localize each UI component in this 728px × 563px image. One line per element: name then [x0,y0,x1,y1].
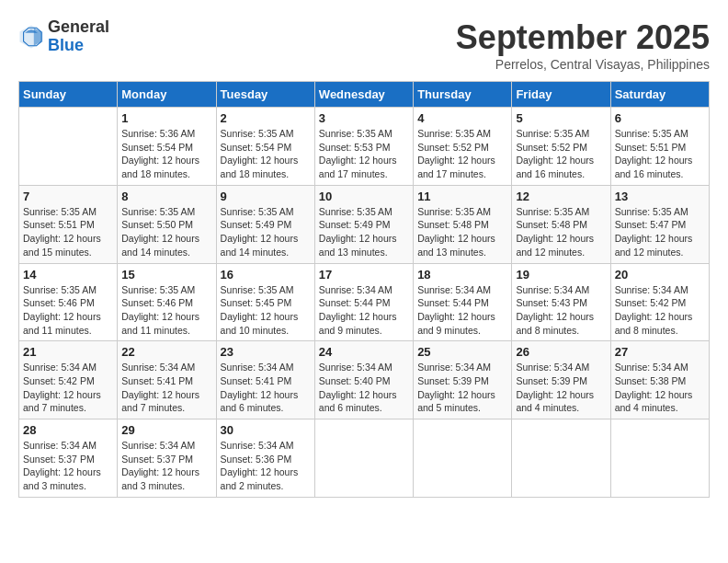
col-header-monday: Monday [118,82,216,108]
day-number: 13 [615,190,705,203]
day-number: 18 [417,268,507,282]
day-number: 30 [221,423,311,437]
calendar-cell: 25Sunrise: 5:34 AM Sunset: 5:39 PM Dayli… [414,341,512,419]
generalblue-logo-icon [18,24,44,50]
day-info: Sunrise: 5:35 AM Sunset: 5:51 PM Dayligh… [615,127,705,181]
calendar-cell [19,108,118,186]
calendar-cell: 28Sunrise: 5:34 AM Sunset: 5:37 PM Dayli… [19,419,118,498]
day-info: Sunrise: 5:35 AM Sunset: 5:54 PM Dayligh… [221,127,311,181]
calendar-cell: 14Sunrise: 5:35 AM Sunset: 5:46 PM Dayli… [19,263,118,341]
day-info: Sunrise: 5:34 AM Sunset: 5:40 PM Dayligh… [319,361,409,415]
calendar-cell: 2Sunrise: 5:35 AM Sunset: 5:54 PM Daylig… [216,108,314,186]
calendar-cell: 7Sunrise: 5:35 AM Sunset: 5:51 PM Daylig… [19,185,118,263]
calendar-week-row: 1Sunrise: 5:36 AM Sunset: 5:54 PM Daylig… [19,108,710,186]
calendar-cell: 10Sunrise: 5:35 AM Sunset: 5:49 PM Dayli… [314,185,413,263]
calendar-cell: 26Sunrise: 5:34 AM Sunset: 5:39 PM Dayli… [512,341,610,419]
day-number: 15 [121,268,211,282]
day-info: Sunrise: 5:34 AM Sunset: 5:42 PM Dayligh… [615,283,705,338]
day-info: Sunrise: 5:35 AM Sunset: 5:45 PM Dayligh… [221,283,311,338]
calendar-cell: 24Sunrise: 5:34 AM Sunset: 5:40 PM Dayli… [314,341,413,419]
calendar-cell: 5Sunrise: 5:35 AM Sunset: 5:52 PM Daylig… [512,108,610,186]
calendar-cell: 9Sunrise: 5:35 AM Sunset: 5:49 PM Daylig… [216,185,314,263]
calendar-cell [314,419,413,498]
day-number: 11 [417,190,507,203]
day-info: Sunrise: 5:34 AM Sunset: 5:37 PM Dayligh… [23,439,113,493]
calendar-cell: 20Sunrise: 5:34 AM Sunset: 5:42 PM Dayli… [610,263,709,341]
day-number: 24 [319,345,409,359]
calendar-cell: 29Sunrise: 5:34 AM Sunset: 5:37 PM Dayli… [118,419,216,498]
calendar-cell: 1Sunrise: 5:36 AM Sunset: 5:54 PM Daylig… [118,108,216,186]
calendar-week-row: 7Sunrise: 5:35 AM Sunset: 5:51 PM Daylig… [19,185,710,263]
day-info: Sunrise: 5:34 AM Sunset: 5:39 PM Dayligh… [417,361,507,415]
calendar-cell: 27Sunrise: 5:34 AM Sunset: 5:38 PM Dayli… [610,341,709,419]
day-number: 4 [417,111,507,125]
day-info: Sunrise: 5:35 AM Sunset: 5:52 PM Dayligh… [417,127,507,181]
calendar-cell: 17Sunrise: 5:34 AM Sunset: 5:44 PM Dayli… [314,263,413,341]
col-header-friday: Friday [512,82,610,108]
location: Perrelos, Central Visayas, Philippines [456,57,710,72]
calendar-cell: 21Sunrise: 5:34 AM Sunset: 5:42 PM Dayli… [19,341,118,419]
day-info: Sunrise: 5:34 AM Sunset: 5:44 PM Dayligh… [417,283,507,338]
day-info: Sunrise: 5:34 AM Sunset: 5:41 PM Dayligh… [221,361,311,415]
logo: General Blue [18,18,109,55]
calendar-cell: 6Sunrise: 5:35 AM Sunset: 5:51 PM Daylig… [610,108,709,186]
day-number: 12 [516,190,606,203]
calendar-cell: 13Sunrise: 5:35 AM Sunset: 5:47 PM Dayli… [610,185,709,263]
day-info: Sunrise: 5:35 AM Sunset: 5:50 PM Dayligh… [121,205,211,259]
day-info: Sunrise: 5:35 AM Sunset: 5:47 PM Dayligh… [615,205,705,259]
calendar-cell [512,419,610,498]
day-number: 7 [23,190,113,203]
title-block: September 2025 Perrelos, Central Visayas… [456,18,710,72]
day-number: 20 [615,268,705,282]
day-number: 28 [23,423,113,437]
day-number: 23 [221,345,311,359]
logo-text: General Blue [48,18,109,55]
day-info: Sunrise: 5:34 AM Sunset: 5:44 PM Dayligh… [319,283,409,338]
page-header: General Blue September 2025 Perrelos, Ce… [18,18,710,72]
day-number: 8 [121,190,211,203]
day-number: 3 [319,111,409,125]
col-header-tuesday: Tuesday [216,82,314,108]
day-number: 16 [221,268,311,282]
calendar-cell: 15Sunrise: 5:35 AM Sunset: 5:46 PM Dayli… [118,263,216,341]
day-info: Sunrise: 5:35 AM Sunset: 5:51 PM Dayligh… [23,205,113,259]
day-info: Sunrise: 5:34 AM Sunset: 5:38 PM Dayligh… [615,361,705,415]
calendar-cell: 3Sunrise: 5:35 AM Sunset: 5:53 PM Daylig… [314,108,413,186]
day-info: Sunrise: 5:34 AM Sunset: 5:43 PM Dayligh… [516,283,606,338]
calendar-cell: 18Sunrise: 5:34 AM Sunset: 5:44 PM Dayli… [414,263,512,341]
day-number: 2 [221,111,311,125]
calendar-week-row: 21Sunrise: 5:34 AM Sunset: 5:42 PM Dayli… [19,341,710,419]
day-number: 22 [121,345,211,359]
day-info: Sunrise: 5:35 AM Sunset: 5:48 PM Dayligh… [516,205,606,259]
month-title: September 2025 [456,18,710,57]
day-number: 26 [516,345,606,359]
col-header-thursday: Thursday [414,82,512,108]
calendar-table: SundayMondayTuesdayWednesdayThursdayFrid… [18,81,710,498]
day-info: Sunrise: 5:34 AM Sunset: 5:39 PM Dayligh… [516,361,606,415]
day-info: Sunrise: 5:35 AM Sunset: 5:46 PM Dayligh… [23,283,113,338]
day-number: 1 [121,111,211,125]
calendar-cell: 11Sunrise: 5:35 AM Sunset: 5:48 PM Dayli… [414,185,512,263]
day-info: Sunrise: 5:34 AM Sunset: 5:37 PM Dayligh… [121,439,211,493]
day-number: 19 [516,268,606,282]
calendar-cell: 22Sunrise: 5:34 AM Sunset: 5:41 PM Dayli… [118,341,216,419]
day-info: Sunrise: 5:35 AM Sunset: 5:49 PM Dayligh… [319,205,409,259]
day-info: Sunrise: 5:34 AM Sunset: 5:36 PM Dayligh… [221,439,311,493]
calendar-cell: 19Sunrise: 5:34 AM Sunset: 5:43 PM Dayli… [512,263,610,341]
calendar-cell: 4Sunrise: 5:35 AM Sunset: 5:52 PM Daylig… [414,108,512,186]
calendar-week-row: 28Sunrise: 5:34 AM Sunset: 5:37 PM Dayli… [19,419,710,498]
calendar-cell [610,419,709,498]
day-number: 5 [516,111,606,125]
calendar-header-row: SundayMondayTuesdayWednesdayThursdayFrid… [19,82,710,108]
day-number: 10 [319,190,409,203]
day-number: 27 [615,345,705,359]
calendar-cell: 12Sunrise: 5:35 AM Sunset: 5:48 PM Dayli… [512,185,610,263]
day-info: Sunrise: 5:35 AM Sunset: 5:48 PM Dayligh… [417,205,507,259]
col-header-sunday: Sunday [19,82,118,108]
day-number: 14 [23,268,113,282]
day-info: Sunrise: 5:35 AM Sunset: 5:46 PM Dayligh… [121,283,211,338]
day-number: 21 [23,345,113,359]
day-number: 17 [319,268,409,282]
day-number: 25 [417,345,507,359]
day-info: Sunrise: 5:35 AM Sunset: 5:49 PM Dayligh… [221,205,311,259]
